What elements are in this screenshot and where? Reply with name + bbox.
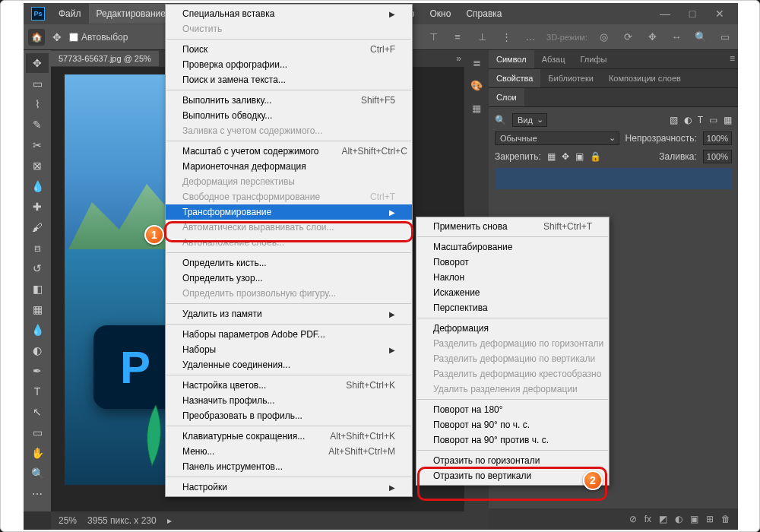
pen-tool[interactable]: ✒ [26, 361, 49, 381]
history-brush-tool[interactable]: ↺ [26, 258, 49, 278]
mi-paste-special[interactable]: Специальная вставка▶ [166, 6, 412, 21]
layer-fx-icon[interactable]: fx [644, 514, 651, 524]
mi-fill[interactable]: Выполнить заливку...Shift+F5 [166, 93, 412, 108]
orbit-icon[interactable]: ◎ [595, 29, 612, 46]
mi-contentscale[interactable]: Масштаб с учетом содержимогоAlt+Shift+Ct… [166, 144, 412, 159]
mi-r90cw[interactable]: Поворот на 90° по ч. с. [416, 417, 609, 432]
swatches-panel-icon[interactable]: ▦ [469, 100, 484, 116]
filter-type-icon[interactable]: T [698, 115, 703, 125]
blur-tool[interactable]: 💧 [26, 320, 49, 340]
filter-pixel-icon[interactable]: ▧ [670, 115, 678, 125]
tab-paragraph[interactable]: Абзац [534, 50, 573, 68]
blend-mode-select[interactable]: Обычные [495, 131, 619, 145]
frame-tool[interactable]: ⊠ [26, 156, 49, 176]
tab-menu-icon[interactable]: » [456, 53, 461, 64]
mi-colorset[interactable]: Настройка цветов...Shift+Ctrl+K [166, 378, 412, 393]
edit-toolbar[interactable]: ⋯ [26, 484, 49, 504]
heal-tool[interactable]: ✚ [26, 197, 49, 217]
filter-smart-icon[interactable]: ▦ [724, 115, 732, 125]
mi-remote[interactable]: Удаленные соединения... [166, 357, 412, 372]
mi-persp[interactable]: Перспектива [416, 300, 609, 315]
status-chevron-icon[interactable]: ▸ [167, 515, 172, 526]
stamp-tool[interactable]: ⧈ [26, 238, 49, 258]
window-minimize-icon[interactable]: — [651, 4, 679, 24]
adjustment-layer-icon[interactable]: ◐ [675, 514, 682, 524]
move-tool[interactable]: ✥ [26, 53, 49, 73]
pan-icon[interactable]: ✥ [644, 29, 660, 46]
mi-spell[interactable]: Проверка орфографии... [166, 57, 412, 72]
layer-row[interactable] [495, 168, 732, 189]
mi-defpattern[interactable]: Определить узор... [166, 271, 412, 286]
mi-shortcuts[interactable]: Клавиатурные сокращения...Alt+Shift+Ctrl… [166, 429, 412, 444]
crop-tool[interactable]: ✂ [26, 135, 49, 155]
mi-stroke[interactable]: Выполнить обводку... [166, 108, 412, 123]
path-tool[interactable]: ↖ [26, 402, 49, 422]
mi-findreplace[interactable]: Поиск и замена текста... [166, 72, 412, 87]
more-align-icon[interactable]: … [522, 29, 539, 46]
zoom-readout[interactable]: 25% [59, 515, 77, 526]
eraser-tool[interactable]: ◧ [26, 279, 49, 299]
mi-r90ccw[interactable]: Поворот на 90° против ч. с. [416, 432, 609, 448]
tab-layercomps[interactable]: Композиции слоев [601, 69, 689, 87]
delete-layer-icon[interactable]: 🗑 [721, 514, 730, 524]
mi-presets[interactable]: Наборы▶ [166, 342, 412, 357]
distribute-icon[interactable]: ⋮ [498, 29, 515, 46]
home-icon[interactable]: 🏠 [28, 29, 45, 46]
brush-tool[interactable]: 🖌 [26, 217, 49, 237]
history-panel-icon[interactable]: ≣ [469, 55, 484, 70]
tab-layers[interactable]: Слои [489, 88, 524, 106]
roll-icon[interactable]: ⟳ [619, 29, 636, 46]
mi-assign[interactable]: Назначить профиль... [166, 393, 412, 408]
marquee-tool[interactable]: ▭ [26, 74, 49, 93]
zoom-tool[interactable]: 🔍 [26, 464, 49, 483]
opacity-value[interactable]: 100% [703, 131, 732, 145]
type-tool[interactable]: T [26, 382, 49, 401]
tab-properties[interactable]: Свойства [489, 69, 540, 87]
menu-file[interactable]: Файл [51, 4, 89, 24]
lock-pixels-icon[interactable]: ▦ [547, 151, 556, 162]
mi-convert[interactable]: Преобразовать в профиль... [166, 408, 412, 423]
hand-tool[interactable]: ✋ [26, 443, 49, 463]
mi-pdfpresets[interactable]: Наборы параметров Adobe PDF... [166, 327, 412, 342]
mi-puppet[interactable]: Марионеточная деформация [166, 159, 412, 174]
tab-libraries[interactable]: Библиотеки [540, 69, 601, 87]
window-maximize-icon[interactable]: □ [679, 4, 706, 24]
group-icon[interactable]: ▣ [690, 514, 698, 524]
menu-help[interactable]: Справка [458, 4, 509, 24]
align-middle-icon[interactable]: ≡ [449, 29, 466, 46]
quickselect-tool[interactable]: ✎ [26, 115, 49, 135]
lock-artboard-icon[interactable]: ▣ [575, 151, 584, 162]
mi-fliph[interactable]: Отразить по горизонтали [416, 453, 609, 468]
align-bottom-icon[interactable]: ⊥ [473, 29, 490, 46]
mi-prefs[interactable]: Настройки▶ [166, 480, 412, 495]
link-layers-icon[interactable]: ⊘ [629, 514, 637, 524]
mi-defbrush[interactable]: Определить кисть... [166, 255, 412, 271]
menu-edit[interactable]: Редактирование [89, 4, 173, 24]
mi-toolbar[interactable]: Панель инструментов... [166, 459, 412, 474]
workspace-icon[interactable]: ▭ [717, 29, 733, 46]
window-close-icon[interactable]: ✕ [706, 4, 733, 24]
mi-search[interactable]: ПоискCtrl+F [166, 42, 412, 57]
document-tab[interactable]: 57733-65637.jpg @ 25% [51, 51, 159, 66]
mi-skew[interactable]: Наклон [416, 270, 609, 285]
lock-position-icon[interactable]: ✥ [562, 151, 569, 162]
mi-rotate[interactable]: Поворот [416, 255, 609, 270]
dodge-tool[interactable]: ◐ [26, 340, 49, 360]
mi-again[interactable]: Применить сноваShift+Ctrl+T [416, 219, 609, 234]
panel-menu-icon[interactable]: ≡ [730, 53, 735, 64]
layer-mask-icon[interactable]: ◩ [659, 514, 667, 524]
tab-symbol[interactable]: Символ [489, 50, 534, 68]
mi-scale[interactable]: Масштабирование [416, 239, 609, 255]
layer-filter-kind[interactable]: Вид [512, 113, 547, 127]
slide-icon[interactable]: ↔ [668, 29, 685, 46]
mi-menus[interactable]: Меню...Alt+Shift+Ctrl+M [166, 444, 412, 459]
gradient-tool[interactable]: ▦ [26, 299, 49, 319]
mi-distort[interactable]: Искажение [416, 285, 609, 300]
menu-window[interactable]: Окно [423, 4, 459, 24]
search-icon[interactable]: 🔍 [692, 29, 709, 46]
shape-tool[interactable]: ▭ [26, 423, 49, 442]
filter-search-icon[interactable]: 🔍 [495, 115, 506, 125]
eyedropper-tool[interactable]: 💧 [26, 176, 49, 196]
autoselect-checkbox[interactable]: Автовыбор [69, 32, 128, 43]
align-top-icon[interactable]: ⊤ [425, 29, 442, 46]
